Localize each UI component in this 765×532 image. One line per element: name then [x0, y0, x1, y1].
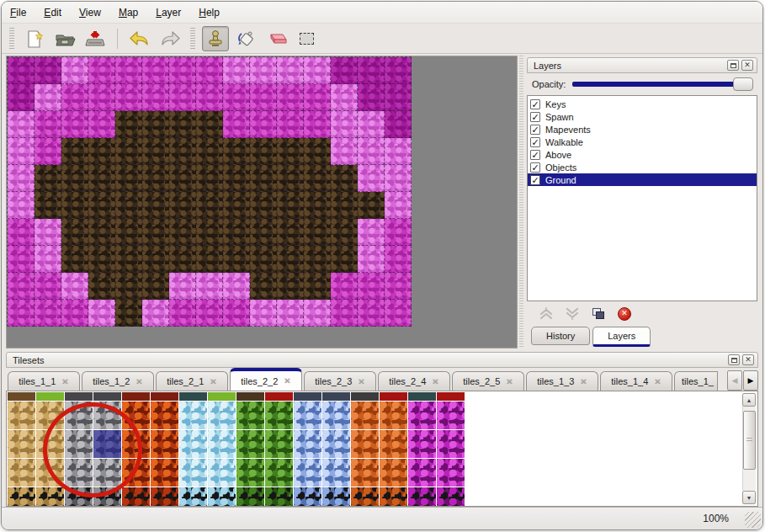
map-tile[interactable]	[115, 111, 142, 138]
map-tile[interactable]	[250, 246, 277, 273]
tileset-tile[interactable]	[36, 430, 64, 458]
toolbar-drag-handle[interactable]	[9, 28, 14, 50]
tileset-tile[interactable]	[236, 487, 264, 507]
map-tile[interactable]	[8, 138, 35, 165]
map-tile[interactable]	[358, 84, 385, 111]
tileset-tile[interactable]	[322, 402, 350, 429]
delete-layer-button[interactable]: ✕	[616, 306, 633, 322]
map-tile[interactable]	[385, 246, 412, 273]
map-tile[interactable]	[385, 111, 412, 138]
layer-visibility-checkbox[interactable]: ✓	[530, 150, 540, 160]
menu-view[interactable]: View	[79, 7, 101, 19]
map-tile[interactable]	[304, 192, 331, 219]
map-tile[interactable]	[8, 273, 35, 300]
map-tile[interactable]	[196, 138, 223, 165]
tileset-tile[interactable]	[265, 430, 293, 458]
tileset-tile[interactable]	[65, 487, 93, 507]
map-tile[interactable]	[277, 84, 304, 111]
map-tile[interactable]	[196, 273, 223, 300]
tileset-tile[interactable]	[380, 459, 407, 487]
opacity-slider-handle[interactable]	[733, 77, 753, 91]
tileset-tile[interactable]	[65, 402, 93, 429]
map-tile[interactable]	[385, 57, 412, 84]
redo-button[interactable]	[157, 26, 183, 51]
map-tile[interactable]	[250, 273, 277, 300]
map-tile[interactable]	[277, 138, 304, 165]
tileset-tile[interactable]	[236, 459, 264, 487]
tileset-tile[interactable]	[65, 459, 93, 487]
tileset-tab-tiles_2_5[interactable]: tiles_2_5✕	[452, 371, 524, 391]
map-tile[interactable]	[88, 111, 115, 138]
map-tile[interactable]	[196, 165, 223, 192]
map-tile[interactable]	[8, 300, 35, 327]
map-tile[interactable]	[250, 84, 277, 111]
map-tile[interactable]	[196, 246, 223, 273]
map-tile[interactable]	[385, 219, 412, 246]
tileset-tile[interactable]	[208, 459, 236, 487]
tileset-tile[interactable]	[36, 392, 64, 401]
map-tile[interactable]	[277, 111, 304, 138]
tileset-tile[interactable]	[437, 459, 465, 487]
map-tile[interactable]	[358, 165, 385, 192]
tab-layers[interactable]: Layers	[592, 327, 651, 347]
tileset-tab-tiles_1_[interactable]: tiles_1_✕	[674, 371, 718, 391]
map-tile[interactable]	[277, 219, 304, 246]
map-tile[interactable]	[169, 165, 196, 192]
tileset-tab-tiles_1_3[interactable]: tiles_1_3✕	[526, 371, 598, 391]
map-tile[interactable]	[304, 138, 331, 165]
map-tile[interactable]	[169, 300, 196, 327]
tileset-tile[interactable]	[208, 430, 236, 458]
map-tile[interactable]	[304, 57, 331, 84]
map-tile[interactable]	[358, 111, 385, 138]
map-tile[interactable]	[196, 111, 223, 138]
map-tile[interactable]	[88, 300, 115, 327]
map-tile[interactable]	[169, 138, 196, 165]
tileset-tile[interactable]	[8, 459, 35, 487]
map-tile[interactable]	[8, 219, 35, 246]
move-layer-down-button[interactable]	[564, 306, 581, 322]
tileset-tab-tiles_1_4[interactable]: tiles_1_4✕	[600, 371, 672, 391]
resize-grip[interactable]	[745, 512, 761, 528]
map-tile[interactable]	[331, 219, 358, 246]
tileset-tile[interactable]	[294, 402, 321, 429]
map-tile[interactable]	[115, 84, 142, 111]
tileset-tile[interactable]	[8, 430, 35, 458]
tileset-scrollbar[interactable]: ▲ ▼	[742, 393, 756, 504]
map-tile[interactable]	[142, 246, 169, 273]
rect-select-tool-button[interactable]	[293, 26, 320, 51]
map-tile[interactable]	[277, 300, 304, 327]
map-tile[interactable]	[88, 246, 115, 273]
tileset-tile[interactable]	[322, 430, 350, 458]
scroll-up-button[interactable]: ▲	[742, 393, 756, 407]
tileset-tile[interactable]	[179, 487, 207, 507]
map-tile[interactable]	[8, 111, 35, 138]
tileset-tile[interactable]	[65, 392, 93, 401]
map-tile[interactable]	[223, 246, 250, 273]
close-panel-button[interactable]: ✕	[742, 354, 754, 365]
tileset-tab-tiles_2_4[interactable]: tiles_2_4✕	[378, 371, 450, 391]
map-tile[interactable]	[358, 273, 385, 300]
tileset-tile[interactable]	[380, 430, 407, 458]
map-tile[interactable]	[142, 219, 169, 246]
tileset-tile[interactable]	[437, 402, 465, 429]
map-tile[interactable]	[385, 138, 412, 165]
tab-close-icon[interactable]: ✕	[580, 377, 587, 386]
undo-button[interactable]	[126, 26, 153, 51]
tileset-tile[interactable]	[36, 487, 64, 507]
map-tile[interactable]	[331, 165, 358, 192]
map-tile[interactable]	[277, 192, 304, 219]
tileset-tile[interactable]	[151, 402, 178, 429]
tileset-tile[interactable]	[65, 430, 93, 458]
map-tile[interactable]	[35, 273, 61, 300]
map-tile[interactable]	[115, 273, 142, 300]
map-tile[interactable]	[331, 192, 358, 219]
map-tile[interactable]	[169, 246, 196, 273]
tileset-tile[interactable]	[294, 459, 321, 487]
map-tile[interactable]	[88, 138, 115, 165]
map-tile[interactable]	[35, 300, 61, 327]
opacity-slider[interactable]	[572, 82, 751, 87]
layer-row-keys[interactable]: ✓Keys	[528, 98, 757, 110]
map-tile[interactable]	[169, 111, 196, 138]
tileset-tile[interactable]	[151, 392, 178, 401]
layer-row-objects[interactable]: ✓Objects	[528, 161, 757, 173]
